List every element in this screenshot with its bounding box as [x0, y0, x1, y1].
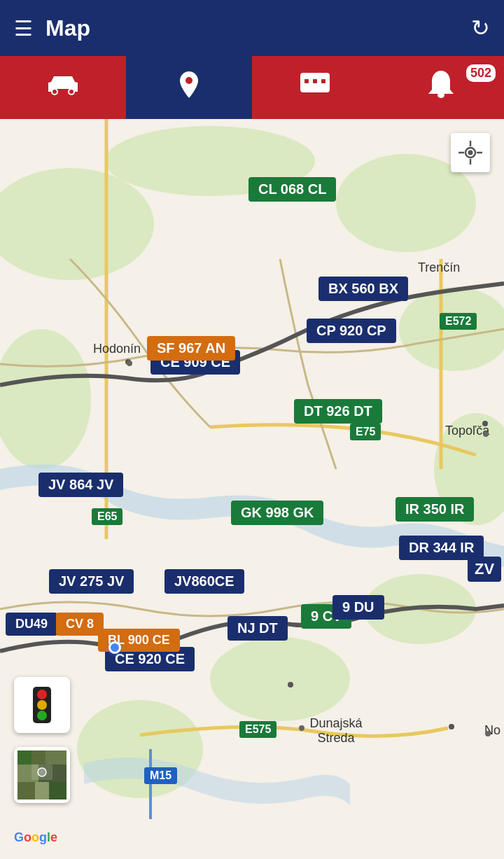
- svg-rect-44: [35, 782, 49, 799]
- location-dot: [108, 641, 121, 654]
- notification-badge: 502: [466, 64, 496, 82]
- m-road-m15: M15: [144, 767, 177, 784]
- menu-icon[interactable]: ☰: [14, 16, 33, 41]
- satellite-button[interactable]: [14, 747, 70, 803]
- label-jv275[interactable]: JV 275 JV: [49, 569, 134, 594]
- svg-point-17: [210, 637, 350, 721]
- navbar: 502: [0, 56, 504, 119]
- location-button[interactable]: [451, 133, 490, 172]
- svg-rect-39: [31, 750, 46, 764]
- traffic-light-button[interactable]: [14, 677, 70, 733]
- svg-point-2: [52, 90, 57, 94]
- header-title: Map: [46, 15, 471, 41]
- city-dot-topol: [483, 431, 489, 437]
- map-container: Hodonín Trenčín Topoľča DunajskáStreda N…: [0, 119, 504, 859]
- label-cl068[interactable]: CL 068 CL: [248, 177, 336, 202]
- label-dt926[interactable]: DT 926 DT: [294, 399, 382, 424]
- e-road-e572: E572: [440, 313, 477, 330]
- svg-rect-43: [18, 782, 35, 799]
- svg-point-32: [468, 151, 473, 155]
- google-logo: Google: [14, 830, 57, 845]
- svg-rect-8: [321, 79, 326, 83]
- svg-rect-6: [304, 79, 309, 83]
- city-label-hodonin: Hodonín: [93, 342, 141, 356]
- label-cv8[interactable]: CV 8: [56, 613, 104, 636]
- e-road-e65: E65: [92, 508, 122, 525]
- city-dot-hodonin: [127, 361, 132, 366]
- label-sf967an[interactable]: SF 967 AN: [147, 336, 235, 361]
- nav-item-map[interactable]: [126, 56, 252, 119]
- city-label-dunajska: DunajskáStreda: [301, 716, 371, 746]
- svg-point-35: [37, 700, 47, 710]
- svg-point-4: [186, 77, 192, 84]
- svg-point-25: [288, 682, 293, 687]
- map-icon: [173, 69, 205, 107]
- label-njdt[interactable]: NJ DT: [227, 616, 288, 641]
- e-road-e75: E75: [350, 424, 381, 440]
- e-road-e575: E575: [239, 721, 276, 738]
- label-bx560[interactable]: BX 560 BX: [318, 277, 408, 301]
- city-dot-no: [485, 731, 491, 736]
- svg-rect-40: [46, 750, 66, 764]
- label-cp920[interactable]: CP 920 CP: [307, 319, 396, 343]
- label-jv860ce[interactable]: JV860CE: [164, 569, 244, 594]
- car-icon: [46, 72, 80, 104]
- label-du49[interactable]: DU49: [6, 613, 57, 636]
- svg-rect-7: [313, 79, 317, 83]
- svg-point-26: [449, 724, 454, 729]
- refresh-icon[interactable]: ↻: [471, 15, 490, 41]
- svg-rect-38: [18, 750, 31, 764]
- label-9du[interactable]: 9 DU: [332, 595, 384, 620]
- city-label-topol: Topoľča: [445, 424, 489, 438]
- nav-item-vehicles[interactable]: [0, 56, 126, 119]
- svg-point-3: [69, 90, 74, 94]
- city-label-trencin: Trenčín: [418, 260, 460, 275]
- svg-point-36: [37, 711, 47, 720]
- svg-rect-45: [49, 782, 66, 799]
- label-jv864[interactable]: JV 864 JV: [38, 473, 123, 497]
- bell-icon: [426, 69, 456, 107]
- svg-point-9: [438, 92, 444, 98]
- chat-icon: [298, 70, 332, 106]
- label-gk998[interactable]: GK 998 GK: [231, 501, 323, 525]
- nav-item-notifications[interactable]: 502: [378, 56, 504, 119]
- label-ir350[interactable]: IR 350 IR: [396, 497, 474, 522]
- svg-point-34: [37, 690, 47, 699]
- nav-item-messages[interactable]: [252, 56, 378, 119]
- city-dot-dunajska: [299, 725, 304, 731]
- svg-point-47: [38, 768, 46, 776]
- label-zv[interactable]: ZV: [468, 557, 501, 582]
- header: ☰ Map ↻: [0, 0, 504, 56]
